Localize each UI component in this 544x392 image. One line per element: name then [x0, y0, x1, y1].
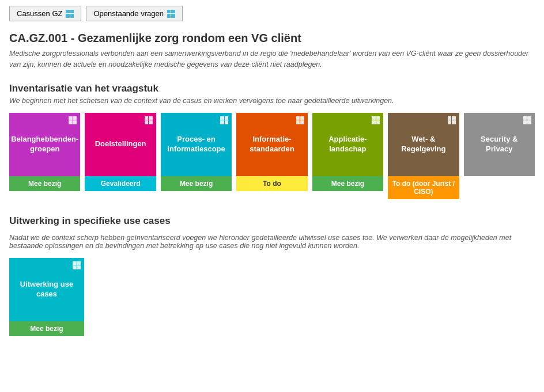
openstaande-vragen-button[interactable]: Openstaande vragen	[86, 6, 182, 21]
card-icon-doelstellingen	[145, 116, 153, 124]
page-subtitle: Medische zorgprofessionals verbonden aan…	[9, 48, 535, 70]
card-applicatielandschap[interactable]: Applicatie-landschap	[312, 113, 383, 176]
card-wrap-infostandaarden: Informatie-standaarden To do	[236, 113, 307, 199]
card-wetregelgeving[interactable]: Wet- & Regelgeving	[388, 113, 459, 176]
section2-divider: Uitwerking in specifieke use cases	[9, 215, 535, 227]
casussen-gz-icon	[66, 10, 74, 18]
card-icon-applicatielandschap	[372, 116, 380, 124]
card-label-wetregelgeving: Wet- & Regelgeving	[392, 135, 454, 154]
card-wrap-belanghebbenden: Belanghebbenden-groepen Mee bezig	[9, 113, 80, 199]
status-btn-infostandaarden[interactable]: To do	[236, 176, 307, 191]
casussen-gz-button[interactable]: Casussen GZ	[9, 6, 81, 21]
usecase-card[interactable]: Uitwerking use cases	[9, 258, 84, 321]
usecase-card-wrap: Uitwerking use cases Mee bezig	[9, 258, 84, 336]
status-btn-belanghebbenden[interactable]: Mee bezig	[9, 176, 80, 191]
card-icon-belanghebbenden	[69, 116, 77, 124]
openstaande-vragen-label: Openstaande vragen	[93, 9, 163, 18]
card-procesinfo[interactable]: Proces- en informatiescope	[161, 113, 232, 176]
card-doelstellingen[interactable]: Doelstellingen	[85, 113, 156, 176]
status-btn-doelstellingen[interactable]: Gevalideerd	[85, 176, 156, 191]
status-btn-procesinfo[interactable]: Mee bezig	[161, 176, 232, 191]
card-belanghebbenden[interactable]: Belanghebbenden-groepen	[9, 113, 80, 176]
status-btn-wetregelgeving[interactable]: To do (door Jurist / CISO)	[388, 176, 459, 199]
card-status-empty-securityprivacy	[464, 176, 535, 193]
card-wrap-securityprivacy: Security & Privacy	[464, 113, 535, 199]
card-icon-procesinfo	[220, 116, 228, 124]
usecase-status-btn[interactable]: Mee bezig	[9, 321, 84, 336]
page-title: CA.GZ.001 - Gezamenlijke zorg rondom een…	[9, 32, 535, 45]
section2-subtitle: Nadat we de context scherp hebben geïnve…	[9, 234, 535, 250]
card-wrap-applicatielandschap: Applicatie-landschap Mee bezig	[312, 113, 383, 199]
card-label-applicatielandschap: Applicatie-landschap	[317, 135, 379, 154]
section2-title: Uitwerking in specifieke use cases	[9, 215, 535, 227]
card-label-doelstellingen: Doelstellingen	[95, 139, 146, 149]
usecase-card-icon	[73, 261, 81, 269]
card-wrap-wetregelgeving: Wet- & Regelgeving To do (door Jurist / …	[388, 113, 459, 199]
status-btn-applicatielandschap[interactable]: Mee bezig	[312, 176, 383, 191]
usecase-card-label: Uitwerking use cases	[14, 280, 80, 299]
card-label-procesinfo: Proces- en informatiescope	[165, 135, 227, 154]
card-icon-wetregelgeving	[448, 116, 456, 124]
cards-row: Belanghebbenden-groepen Mee bezig Doelst…	[9, 113, 535, 199]
card-label-securityprivacy: Security & Privacy	[469, 135, 530, 154]
card-infostandaarden[interactable]: Informatie-standaarden	[236, 113, 307, 176]
section1-title: Inventarisatie van het vraagstuk	[9, 83, 535, 94]
card-securityprivacy[interactable]: Security & Privacy	[464, 113, 535, 176]
card-wrap-procesinfo: Proces- en informatiescope Mee bezig	[161, 113, 232, 199]
section1-subtitle: We beginnen met het schetsen van de cont…	[9, 97, 535, 105]
card-icon-securityprivacy	[523, 116, 531, 124]
openstaande-vragen-icon	[167, 10, 175, 18]
card-icon-infostandaarden	[296, 116, 304, 124]
card-label-belanghebbenden: Belanghebbenden-groepen	[11, 135, 78, 154]
casussen-gz-label: Casussen GZ	[17, 9, 62, 18]
card-label-infostandaarden: Informatie-standaarden	[241, 135, 303, 154]
card-wrap-doelstellingen: Doelstellingen Gevalideerd	[85, 113, 156, 199]
top-navigation: Casussen GZ Openstaande vragen	[9, 6, 535, 21]
